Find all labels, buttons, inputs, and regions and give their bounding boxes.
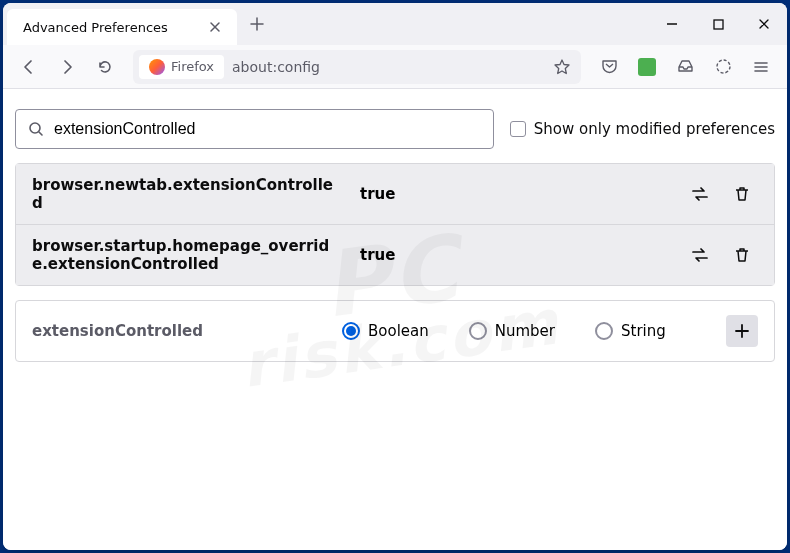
maximize-button[interactable]	[695, 3, 741, 45]
radio-icon	[342, 322, 360, 340]
identity-label: Firefox	[171, 59, 214, 74]
bookmark-star-icon[interactable]	[553, 58, 571, 76]
type-radio-group: Boolean Number String	[342, 322, 706, 340]
show-modified-checkbox[interactable]: Show only modified preferences	[510, 120, 775, 138]
pref-name: browser.newtab.extensionControlled	[32, 176, 340, 212]
close-window-button[interactable]	[741, 3, 787, 45]
app-window: Advanced Preferences Firefox about:confi…	[3, 3, 787, 550]
delete-button[interactable]	[726, 239, 758, 271]
url-text: about:config	[232, 59, 320, 75]
pref-value: true	[360, 246, 664, 264]
close-tab-icon[interactable]	[207, 19, 223, 35]
tab-title: Advanced Preferences	[23, 20, 168, 35]
add-pref-button[interactable]	[726, 315, 758, 347]
minimize-button[interactable]	[649, 3, 695, 45]
extension-icon[interactable]	[631, 51, 663, 83]
pocket-icon[interactable]	[593, 51, 625, 83]
browser-tab[interactable]: Advanced Preferences	[7, 9, 237, 45]
radio-string[interactable]: String	[595, 322, 666, 340]
preferences-table: browser.newtab.extensionControlled true …	[15, 163, 775, 286]
show-modified-label: Show only modified preferences	[534, 120, 775, 138]
new-pref-row: extensionControlled Boolean Number Strin…	[15, 300, 775, 362]
new-pref-name: extensionControlled	[32, 322, 322, 340]
forward-button[interactable]	[51, 51, 83, 83]
search-icon	[28, 121, 44, 137]
search-row: Show only modified preferences	[15, 109, 775, 149]
nav-toolbar: Firefox about:config	[3, 45, 787, 89]
url-bar[interactable]: Firefox about:config	[133, 50, 581, 84]
reload-button[interactable]	[89, 51, 121, 83]
search-box[interactable]	[15, 109, 494, 149]
radio-number[interactable]: Number	[469, 322, 555, 340]
pref-row: browser.newtab.extensionControlled true	[16, 164, 774, 225]
inbox-icon[interactable]	[669, 51, 701, 83]
pref-row: browser.startup.homepage_override.extens…	[16, 225, 774, 285]
content-area: Show only modified preferences browser.n…	[3, 89, 787, 550]
svg-point-1	[717, 60, 730, 73]
toggle-button[interactable]	[684, 178, 716, 210]
radio-boolean[interactable]: Boolean	[342, 322, 429, 340]
radio-icon	[469, 322, 487, 340]
checkbox-icon	[510, 121, 526, 137]
svg-rect-0	[714, 20, 723, 29]
new-tab-button[interactable]	[243, 10, 271, 38]
pref-name: browser.startup.homepage_override.extens…	[32, 237, 340, 273]
back-button[interactable]	[13, 51, 45, 83]
radio-icon	[595, 322, 613, 340]
identity-box[interactable]: Firefox	[139, 55, 224, 79]
toggle-button[interactable]	[684, 239, 716, 271]
hamburger-menu-icon[interactable]	[745, 51, 777, 83]
pref-value: true	[360, 185, 664, 203]
tab-bar: Advanced Preferences	[3, 3, 787, 45]
window-controls	[649, 3, 787, 45]
delete-button[interactable]	[726, 178, 758, 210]
search-input[interactable]	[54, 120, 481, 138]
firefox-icon	[149, 59, 165, 75]
account-icon[interactable]	[707, 51, 739, 83]
